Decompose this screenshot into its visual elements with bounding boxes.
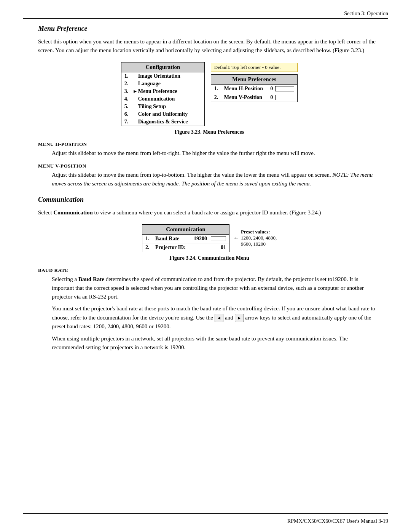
sub-row-2-label: Menu V-Position (224, 94, 263, 101)
sub-menu-row-1: 1. Menu H-Position 0 (211, 85, 297, 93)
page-container: Section 3: Operation RPMX/CX50/CX60/CX67… (0, 0, 411, 532)
sub-row-1-slider (275, 86, 294, 91)
config-row-1: 1. Image Orientation (121, 72, 204, 80)
sub-row-1-value: 0 (265, 86, 273, 92)
baud-rate-pre: Selecting a (52, 276, 78, 282)
figure-right-panel: Default: Top left corner - 0 value. Menu… (211, 62, 298, 102)
sub-menu-row-2: 2. Menu V-Position 0 (211, 93, 297, 102)
config-row-6-label: Color and Uniformity (138, 111, 188, 117)
communication-body1: Select Communication to view a submenu w… (38, 208, 381, 217)
config-row-1-label: Image Orientation (138, 73, 180, 79)
baud-rate-text1: Selecting a Baud Rate determines the spe… (52, 275, 381, 302)
config-row-6-arrow (133, 111, 138, 117)
config-row-2-label: Language (138, 81, 161, 87)
config-row-5-arrow (133, 104, 138, 110)
comm-body1-bold: Communication (53, 209, 92, 216)
preset-values: 1200, 2400, 4800,9600, 19200 (241, 235, 277, 247)
config-row-6-num: 6. (124, 111, 133, 117)
config-row-4-num: 4. (124, 96, 133, 102)
baud-rate-bold: Baud Rate (78, 276, 104, 282)
baud-rate-label: BAUD RATE (38, 267, 381, 273)
sub-row-1-label: Menu H-Position (224, 86, 263, 92)
baud-rate-text3: When using multiple projectors in a netw… (52, 334, 381, 352)
config-row-1-num: 1. (124, 73, 133, 79)
comm-arrow-icon: ← (233, 235, 239, 241)
comm-row-1-num: 1. (145, 236, 153, 242)
sub-menu-table: Menu Preferences 1. Menu H-Position 0 2.… (211, 74, 298, 102)
config-row-5-label: Tiling Setup (138, 104, 166, 110)
comm-row-2-value: 01 (221, 244, 226, 251)
right-arrow-btn[interactable]: ► (235, 314, 244, 323)
config-row-7-num: 7. (124, 119, 133, 125)
figure-3-24-container: Communication 1. Baud Rate 19200 2. Proj… (38, 224, 381, 252)
comm-menu-table: Communication 1. Baud Rate 19200 2. Proj… (142, 224, 229, 252)
comm-menu-header: Communication (142, 225, 229, 235)
figure-3-24-caption: Figure 3.24. Communication Menu (38, 255, 381, 261)
config-row-7-label: Diagnostics & Service (138, 119, 188, 125)
baud-rate-text2: You must set the projector's baud rate a… (52, 304, 381, 331)
main-content: Menu Preference Select this option when … (38, 25, 381, 505)
comm-row-1-label: Baud Rate (155, 236, 191, 242)
menu-h-pos-label: MENU H-POSITION (38, 141, 381, 147)
menu-pref-body1: Select this option when you want the men… (38, 37, 381, 55)
comm-preset-area: ← Preset values: 1200, 2400, 4800,9600, … (233, 229, 277, 247)
figure-3-23-caption: Figure 3.23. Menu Preferences (38, 129, 381, 135)
config-row-2-num: 2. (124, 81, 133, 87)
figure-3-23-container: Configuration 1. Image Orientation 2. La… (38, 62, 381, 126)
config-row-2-arrow (133, 81, 138, 87)
annotation-box: Default: Top left corner - 0 value. (211, 63, 298, 72)
sub-row-2-slider (275, 95, 294, 100)
sub-menu-header: Menu Preferences (211, 75, 297, 85)
config-row-5-num: 5. (124, 104, 133, 110)
config-row-2: 2. Language (121, 80, 204, 88)
comm-row-1: 1. Baud Rate 19200 (142, 235, 229, 243)
menu-v-pos-text: Adjust this slidebar to move the menu fr… (52, 171, 381, 189)
comm-preset-text: Preset values: 1200, 2400, 4800,9600, 19… (241, 229, 277, 247)
footer-divider (23, 513, 388, 514)
config-row-7-arrow (133, 119, 138, 125)
comm-row-2-label: Projector ID: (155, 244, 218, 251)
config-row-7: 7. Diagnostics & Service (121, 118, 204, 126)
footer-text: RPMX/CX50/CX60/CX67 User's Manual 3-19 (287, 518, 388, 524)
communication-heading: Communication (38, 196, 381, 204)
preset-label: Preset values: (241, 229, 277, 235)
sub-row-1-num: 1. (214, 86, 222, 92)
comm-row-1-value: 19200 (194, 236, 207, 242)
sub-row-2-value: 0 (265, 94, 273, 101)
comm-row-2: 2. Projector ID: 01 (142, 243, 229, 252)
comm-row-2-num: 2. (145, 244, 153, 251)
config-row-3: 3. ► Menu Preference (121, 88, 204, 95)
menu-h-pos-text: Adjust this slidebar to move the menu fr… (52, 149, 381, 158)
menu-v-pos-normal: Adjust this slidebar to move the menu fr… (52, 172, 331, 178)
config-row-3-label: Menu Preference (138, 88, 177, 94)
comm-body1-post: to view a submenu where you can select a… (93, 209, 321, 216)
comm-row-1-slider (211, 236, 226, 241)
comm-preset-row: ← Preset values: 1200, 2400, 4800,9600, … (233, 229, 277, 247)
config-row-3-num: 3. (124, 88, 133, 94)
baud-text2-mid: and (223, 315, 234, 321)
config-row-4: 4. Communication (121, 95, 204, 103)
comm-body1-pre: Select (38, 209, 53, 216)
left-arrow-btn[interactable]: ◄ (215, 314, 224, 323)
config-row-1-arrow (133, 73, 138, 79)
header-divider (23, 18, 388, 19)
config-menu-header: Configuration (121, 62, 204, 72)
config-row-4-label: Communication (138, 96, 175, 102)
sub-row-2-num: 2. (214, 94, 222, 101)
config-row-6: 6. Color and Uniformity (121, 110, 204, 118)
config-row-4-arrow (133, 96, 138, 102)
header-text: Section 3: Operation (344, 11, 388, 17)
menu-v-pos-label: MENU V-POSITION (38, 163, 381, 169)
menu-pref-heading: Menu Preference (38, 25, 381, 33)
config-row-5: 5. Tiling Setup (121, 103, 204, 110)
config-row-3-arrow: ► (133, 88, 138, 94)
config-menu-table: Configuration 1. Image Orientation 2. La… (121, 62, 205, 126)
